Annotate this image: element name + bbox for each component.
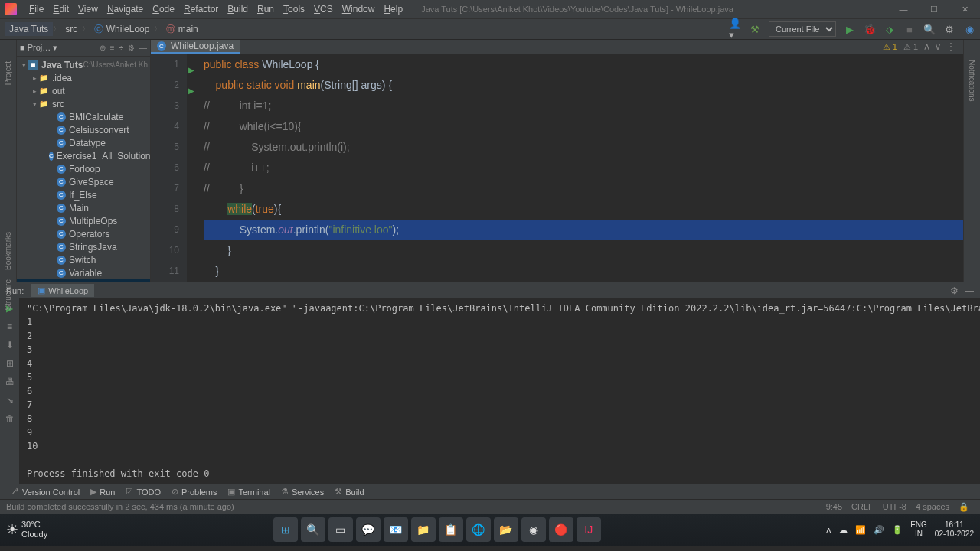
layout-button[interactable]: ⊞	[6, 358, 14, 369]
tray-battery-icon[interactable]: 🔋	[892, 525, 903, 535]
status-indent[interactable]: 4 spaces	[911, 502, 954, 511]
toolwin-services[interactable]: ⚗Services	[276, 487, 328, 497]
taskbar-explorer-icon[interactable]: 📂	[494, 517, 518, 542]
menu-file[interactable]: File	[24, 4, 48, 15]
expand-all-icon[interactable]: ≡	[110, 44, 115, 52]
tree-item[interactable]: CForloop	[17, 162, 150, 175]
console-output[interactable]: "C:\Program Files\Java\jdk-18.0.2\bin\ja…	[19, 298, 980, 484]
run-settings-icon[interactable]: ⚙	[950, 285, 959, 296]
tree-item[interactable]: ▾📁src	[17, 97, 150, 110]
menu-edit[interactable]: Edit	[48, 4, 74, 15]
prev-highlight-icon[interactable]: ʌ	[924, 41, 929, 52]
user-icon[interactable]: 👤▾	[729, 23, 741, 35]
delete-button[interactable]: 🗑	[5, 413, 15, 424]
settings-icon[interactable]: ⚙	[943, 23, 956, 35]
taskbar-start-icon[interactable]: ⊞	[273, 517, 298, 542]
menu-run[interactable]: Run	[253, 4, 279, 15]
tree-item[interactable]: CExercise1_All_Solutions	[17, 149, 150, 162]
updates-icon[interactable]: ◉	[963, 23, 975, 35]
tree-item[interactable]: ▾◼Java Tuts C:\Users\Aniket Kh	[17, 58, 150, 71]
toolwin-todo[interactable]: ☑TODO	[121, 487, 165, 497]
close-button[interactable]: ✕	[949, 5, 980, 15]
run-hide-icon[interactable]: —	[965, 285, 974, 296]
tree-item[interactable]: COperators	[17, 227, 150, 240]
toolwin-problems[interactable]: ⊘Problems	[167, 487, 221, 497]
tree-item[interactable]: CCelsiusconvert	[17, 123, 150, 136]
settings-gear-icon[interactable]: ⚙	[128, 44, 135, 52]
select-opened-icon[interactable]: ⊕	[100, 44, 106, 52]
project-pane-title[interactable]: ■ Proj… ▾	[20, 43, 95, 53]
more-icon[interactable]: ⋮	[946, 41, 956, 52]
readonly-lock-icon[interactable]: 🔒	[954, 502, 974, 512]
menu-window[interactable]: Window	[338, 4, 380, 15]
tray-clock[interactable]: 16:1102-10-2022	[935, 520, 974, 539]
print-button[interactable]: 🖶	[5, 377, 15, 387]
menu-tools[interactable]: Tools	[279, 4, 309, 15]
tree-item[interactable]: CDatatype	[17, 136, 150, 149]
notifications-tool-button[interactable]: Notifications	[968, 57, 976, 104]
toolwin-run[interactable]: ▶Run	[86, 487, 119, 497]
taskbar-intellij-icon[interactable]: IJ	[577, 517, 601, 542]
editor-area[interactable]: 1▶2▶34567891011 public class WhileLoop {…	[151, 54, 963, 282]
next-highlight-icon[interactable]: v	[936, 41, 940, 52]
tree-item[interactable]: CGiveSpace	[17, 175, 150, 188]
tray-wifi-icon[interactable]: 📶	[855, 525, 866, 535]
breadcrumb-method[interactable]: ⓜ main	[162, 21, 202, 37]
menu-vcs[interactable]: VCS	[309, 4, 338, 15]
editor-tab-whileloop[interactable]: C WhileLoop.java	[151, 40, 240, 54]
tree-item[interactable]: CSwitch	[17, 253, 150, 266]
menu-help[interactable]: Help	[379, 4, 407, 15]
coverage-button[interactable]: ⬗	[884, 23, 896, 35]
status-encoding[interactable]: UTF-8	[878, 502, 911, 511]
attach-button[interactable]: ⬇	[6, 340, 14, 350]
tree-item[interactable]: ▸📁.idea	[17, 71, 150, 84]
build-hammer-icon[interactable]: ⚒	[749, 23, 761, 35]
stop-run-button[interactable]: ≡	[7, 321, 12, 332]
taskbar-chat-icon[interactable]: 💬	[356, 517, 381, 542]
menu-refactor[interactable]: Refactor	[179, 4, 223, 15]
search-icon[interactable]: 🔍	[923, 23, 936, 35]
hide-icon[interactable]: —	[139, 44, 147, 52]
tray-volume-icon[interactable]: 🔊	[874, 525, 884, 535]
taskbar-todo-icon[interactable]: 📋	[439, 517, 463, 542]
collapse-all-icon[interactable]: ÷	[119, 44, 124, 52]
taskbar-mail-icon[interactable]: 📧	[384, 517, 408, 542]
toolwin-version-control[interactable]: ⎇Version Control	[5, 487, 84, 497]
taskbar-opera-icon[interactable]: 🔴	[549, 517, 573, 542]
tray-chevron-icon[interactable]: ʌ	[826, 525, 831, 535]
menu-code[interactable]: Code	[148, 4, 179, 15]
run-tab[interactable]: ▣WhileLoop	[31, 284, 94, 297]
bookmarks-tool-button[interactable]: Bookmarks	[4, 227, 12, 275]
maximize-button[interactable]: ☐	[919, 5, 949, 15]
structure-tool-button[interactable]: Structure	[4, 275, 12, 315]
tree-item[interactable]: CStringsJava	[17, 240, 150, 253]
tree-item[interactable]: CMultipleOps	[17, 214, 150, 227]
debug-button[interactable]: 🐞	[864, 23, 876, 35]
taskbar-chrome-icon[interactable]: ◉	[521, 517, 546, 542]
tree-item[interactable]: CBMICalculate	[17, 110, 150, 123]
run-config-select[interactable]: Current File	[769, 21, 836, 37]
taskbar-search-icon[interactable]: 🔍	[301, 517, 325, 542]
toolwin-terminal[interactable]: ▣Terminal	[223, 487, 275, 497]
warning-indicator[interactable]: ⚠ 1	[883, 42, 897, 52]
weak-warning-indicator[interactable]: ⚠ 1	[903, 42, 918, 52]
status-linesep[interactable]: CRLF	[847, 502, 878, 511]
project-tool-button[interactable]: Project	[4, 57, 12, 90]
pin-button[interactable]: ↘	[6, 395, 14, 406]
weather-widget[interactable]: 30°CCloudy	[21, 520, 47, 540]
tray-language[interactable]: ENGIN	[910, 520, 927, 539]
menu-build[interactable]: Build	[223, 4, 253, 15]
menu-navigate[interactable]: Navigate	[103, 4, 148, 15]
tree-item[interactable]: CIf_Else	[17, 188, 150, 201]
breadcrumb-class[interactable]: ⓒ WhileLoop	[90, 21, 154, 37]
tree-item[interactable]: ▸📁out	[17, 84, 150, 97]
tray-onedrive-icon[interactable]: ☁	[839, 525, 848, 535]
taskbar-task-view-icon[interactable]: ▭	[328, 517, 353, 542]
tree-item[interactable]: CMain	[17, 201, 150, 214]
weather-icon[interactable]: ☀	[6, 521, 18, 538]
menu-view[interactable]: View	[74, 4, 103, 15]
status-position[interactable]: 9:45	[822, 502, 847, 511]
stop-button[interactable]: ■	[903, 23, 916, 35]
taskbar-edge-icon[interactable]: 🌐	[466, 517, 491, 542]
tree-item[interactable]: CWhileLoop	[17, 279, 150, 282]
